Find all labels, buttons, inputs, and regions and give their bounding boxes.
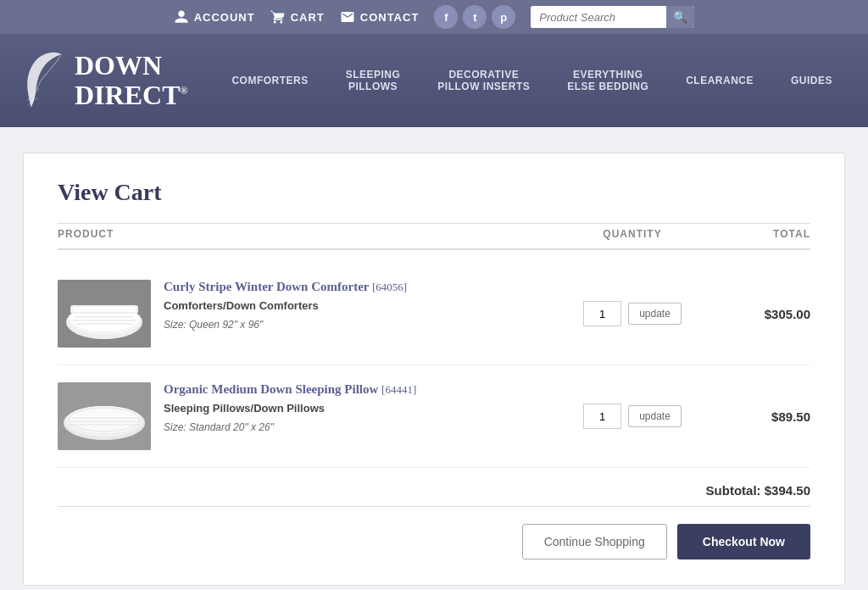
cart-item-0-details: Curly Stripe Winter Down Comforter [6405… <box>164 280 556 331</box>
account-icon <box>174 9 189 25</box>
header-product: PRODUCT <box>58 228 556 240</box>
action-buttons: Continue Shopping Checkout Now <box>58 524 810 559</box>
account-label: ACCOUNT <box>194 11 255 24</box>
top-bar-links: ACCOUNT CART CONTACT <box>174 9 420 25</box>
nav-sleeping-pillows[interactable]: SLEEPINGPILLOWS <box>337 62 409 99</box>
cart-item-0-qty-cell: update <box>556 301 709 326</box>
cart-link[interactable]: CART <box>270 9 325 25</box>
nav-everything-else-bedding[interactable]: EVERYTHINGELSE BEDDING <box>559 62 657 99</box>
logo-brand-bottom: DIRECT® <box>75 81 187 110</box>
twitter-icon[interactable]: t <box>463 5 487 29</box>
header-total: TOTAL <box>709 228 810 240</box>
divider-top <box>58 223 810 224</box>
pillow-image-svg <box>58 382 151 450</box>
cart-item-1-qty-cell: update <box>556 404 709 429</box>
cart-item-1-sku: [64441] <box>381 383 416 396</box>
logo-feather-icon <box>17 47 68 114</box>
subtotal-label: Subtotal: <box>706 483 761 498</box>
search-button[interactable]: 🔍 <box>666 6 694 28</box>
cart-header: PRODUCT QUANTITY TOTAL <box>58 228 810 250</box>
cart-item-1: Organic Medium Down Sleeping Pillow [644… <box>58 365 810 468</box>
search-input[interactable] <box>531 7 666 28</box>
top-bar: ACCOUNT CART CONTACT f t p 🔍 <box>0 0 868 34</box>
svg-point-12 <box>67 406 142 433</box>
subtotal-value: $394.50 <box>765 483 810 498</box>
search-bar: 🔍 <box>531 6 694 28</box>
cart-item-0-update-button[interactable]: update <box>628 303 682 325</box>
nav-decorative-pillow-inserts[interactable]: DECORATIVEPILLOW INSERTS <box>429 62 538 99</box>
checkout-now-button[interactable]: Checkout Now <box>677 524 810 559</box>
main-content: View Cart PRODUCT QUANTITY TOTAL <box>0 127 868 590</box>
pinterest-icon[interactable]: p <box>492 5 515 29</box>
cart-item-0-category: Comforters/Down Comforters <box>164 299 556 312</box>
subtotal-row: Subtotal: $394.50 <box>58 468 810 507</box>
logo-text: DOWN DIRECT® <box>75 51 187 110</box>
continue-shopping-button[interactable]: Continue Shopping <box>522 524 667 559</box>
cart-item-1-qty-input[interactable] <box>583 404 621 429</box>
cart-item-0-name[interactable]: Curly Stripe Winter Down Comforter [6405… <box>164 280 556 294</box>
comforter-image-svg <box>58 280 151 348</box>
cart-icon <box>270 9 286 25</box>
nav-clearance[interactable]: CLEARANCE <box>677 68 762 93</box>
nav-bar: DOWN DIRECT® COMFORTERS SLEEPINGPILLOWS … <box>0 34 868 127</box>
nav-guides[interactable]: GUIDES <box>782 68 841 93</box>
cart-item-0-sku: [64056] <box>372 281 407 293</box>
cart-item-1-update-button[interactable]: update <box>628 405 682 427</box>
logo-area: DOWN DIRECT® <box>17 47 187 114</box>
svg-rect-8 <box>73 307 136 312</box>
facebook-icon[interactable]: f <box>434 5 458 29</box>
cart-item-0-size: Size: Queen 92" x 96" <box>164 319 556 331</box>
contact-icon <box>340 9 355 25</box>
contact-label: CONTACT <box>360 11 420 24</box>
header-quantity: QUANTITY <box>556 228 709 240</box>
cart-item-0-price: $305.00 <box>709 307 810 321</box>
cart-item-0-info: Curly Stripe Winter Down Comforter [6405… <box>58 280 556 348</box>
cart-item-1-image <box>58 382 151 450</box>
cart-item-1-details: Organic Medium Down Sleeping Pillow [644… <box>164 382 556 433</box>
cart-item-1-name[interactable]: Organic Medium Down Sleeping Pillow [644… <box>164 382 556 397</box>
cart-item-1-category: Sleeping Pillows/Down Pillows <box>164 402 556 415</box>
cart-item-1-size: Size: Standard 20" x 26" <box>164 421 556 433</box>
nav-comforters[interactable]: COMFORTERS <box>223 68 316 93</box>
social-icons: f t p <box>434 5 515 29</box>
cart-item-1-info: Organic Medium Down Sleeping Pillow [644… <box>58 382 556 450</box>
contact-link[interactable]: CONTACT <box>340 9 420 25</box>
logo-brand-top: DOWN <box>75 51 187 81</box>
cart-item-0-qty-input[interactable] <box>583 301 621 326</box>
cart-container: View Cart PRODUCT QUANTITY TOTAL <box>23 153 845 586</box>
cart-item-0: Curly Stripe Winter Down Comforter [6405… <box>58 263 810 365</box>
account-link[interactable]: ACCOUNT <box>174 9 255 25</box>
nav-links: COMFORTERS SLEEPINGPILLOWS DECORATIVEPIL… <box>213 62 851 99</box>
cart-item-0-image <box>58 280 151 348</box>
cart-item-1-price: $89.50 <box>709 409 810 424</box>
cart-label: CART <box>291 11 325 24</box>
page-title: View Cart <box>58 179 810 206</box>
